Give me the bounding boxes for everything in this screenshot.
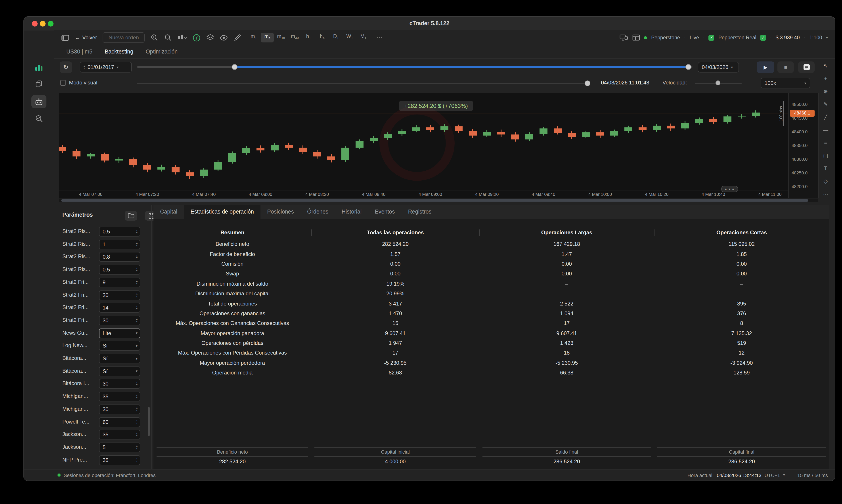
stepper-arrows-icon[interactable]: ▴▾ bbox=[136, 407, 138, 412]
price-axis[interactable]: 48500.048450.048400.048350.048300.048250… bbox=[788, 93, 819, 198]
parameter-stepper[interactable]: 35▴▾ bbox=[99, 455, 140, 465]
results-tab--rdenes[interactable]: Órdenes bbox=[301, 205, 335, 219]
stepper-arrows-icon[interactable]: ▴▾ bbox=[136, 419, 138, 425]
parameters-scrollbar-thumb[interactable] bbox=[148, 407, 150, 436]
automate-nav-button[interactable] bbox=[31, 95, 47, 108]
zoom-out-icon[interactable] bbox=[164, 33, 172, 42]
timezone-chevron-icon[interactable]: ▾ bbox=[783, 473, 785, 477]
cursor-icon[interactable]: ↖ bbox=[821, 61, 830, 70]
timeframe-button-h4[interactable]: h4 bbox=[316, 33, 328, 42]
parameter-select[interactable]: Sí▾ bbox=[99, 341, 140, 351]
timeframe-button-m5[interactable]: m5 bbox=[261, 33, 274, 42]
results-tab-estad-sticas-de-operaci-n[interactable]: Estadísticas de operación bbox=[184, 205, 261, 219]
tab-optimizaci-n[interactable]: Optimización bbox=[140, 45, 183, 58]
timeframe-button-h1[interactable]: h1 bbox=[302, 33, 315, 42]
stepper-arrows-icon[interactable]: ▴▾ bbox=[136, 381, 138, 386]
progress-handle[interactable] bbox=[585, 80, 590, 86]
speed-handle[interactable] bbox=[716, 80, 720, 85]
parameter-stepper[interactable]: 30▴▾ bbox=[99, 290, 140, 300]
stepper-arrows-icon[interactable]: ▴▾ bbox=[136, 267, 138, 272]
speed-select[interactable]: 100x ▾ bbox=[760, 78, 810, 88]
timeframe-button-m30[interactable]: m30 bbox=[288, 33, 301, 42]
results-tab-registros[interactable]: Registros bbox=[401, 205, 438, 219]
parameter-stepper[interactable]: 30▴▾ bbox=[99, 379, 140, 389]
parameter-stepper[interactable]: 60▴▾ bbox=[99, 417, 140, 427]
chart-hscrollbar[interactable] bbox=[59, 198, 818, 202]
progress-track[interactable] bbox=[137, 83, 589, 84]
diamond-tool-icon[interactable]: ◇ bbox=[821, 177, 830, 186]
stepper-arrows-icon[interactable]: ▴▾ bbox=[136, 445, 138, 450]
stepper-arrows-icon[interactable]: ▴▾ bbox=[136, 305, 138, 310]
eye-icon[interactable] bbox=[220, 33, 228, 42]
parameter-stepper[interactable]: 30▴▾ bbox=[99, 404, 140, 414]
range-start-handle[interactable] bbox=[232, 64, 237, 70]
results-tab-capital[interactable]: Capital bbox=[154, 205, 184, 219]
stepper-arrows-icon[interactable]: ▴▾ bbox=[136, 394, 138, 399]
new-order-button[interactable]: Nueva orden bbox=[103, 32, 145, 43]
parameter-stepper[interactable]: 35▴▾ bbox=[99, 430, 140, 439]
analyze-nav-button[interactable] bbox=[31, 112, 47, 125]
panel-toggle-icon[interactable] bbox=[61, 33, 69, 42]
backtest-history-button[interactable]: ↻ bbox=[60, 61, 72, 73]
more-icon[interactable]: ⋯ bbox=[375, 33, 383, 42]
report-button[interactable] bbox=[798, 61, 814, 73]
layers-icon[interactable] bbox=[206, 33, 214, 42]
zoom-in-icon[interactable] bbox=[150, 33, 158, 42]
horizontal-line-icon[interactable]: — bbox=[821, 126, 830, 134]
stepper-arrows-icon[interactable]: ▴▾ bbox=[136, 318, 138, 323]
text-tool-icon[interactable]: T bbox=[821, 164, 830, 173]
timeframe-button-D1[interactable]: D1 bbox=[329, 33, 342, 42]
timeframe-button-W1[interactable]: W1 bbox=[343, 33, 356, 42]
copy-nav-button[interactable] bbox=[31, 77, 47, 91]
timeframe-button-m15[interactable]: m15 bbox=[275, 33, 287, 42]
stepper-arrows-icon[interactable]: ▴▾ bbox=[136, 457, 138, 463]
chart-hscrollbar-thumb[interactable] bbox=[61, 199, 808, 201]
play-button[interactable]: ▶ bbox=[757, 61, 774, 73]
crosshair-icon[interactable]: + bbox=[821, 74, 830, 83]
stepper-arrows-icon[interactable]: ▴▾ bbox=[136, 255, 138, 259]
stepper-arrows-icon[interactable]: ▴▾ bbox=[136, 432, 138, 437]
chart-type-icon[interactable] bbox=[178, 33, 186, 42]
parameter-stepper[interactable]: 30▴▾ bbox=[99, 316, 140, 325]
parameter-stepper[interactable]: 14▴▾ bbox=[99, 303, 140, 312]
range-end-handle[interactable] bbox=[685, 64, 691, 70]
parameter-stepper[interactable]: 0.8▴▾ bbox=[99, 252, 140, 262]
workspace-icon[interactable] bbox=[632, 33, 640, 42]
more-tools-icon[interactable]: ⋯ bbox=[821, 190, 830, 198]
visual-mode-checkbox[interactable] bbox=[60, 80, 66, 86]
tab-backtesting[interactable]: Backtesting bbox=[100, 45, 139, 58]
annotate-icon[interactable] bbox=[233, 33, 241, 42]
back-button[interactable]: ← Volver bbox=[75, 35, 97, 41]
parameter-select[interactable]: Lite▾ bbox=[99, 328, 140, 338]
trendline-icon[interactable]: ╱ bbox=[821, 113, 830, 122]
timeframe-button-m1[interactable]: m1 bbox=[247, 33, 260, 42]
parameter-select[interactable]: Sí▾ bbox=[99, 366, 140, 376]
stepper-arrows-icon[interactable]: ▴▾ bbox=[136, 280, 138, 285]
parameter-stepper[interactable]: 0.5▴▾ bbox=[99, 227, 140, 236]
parameter-stepper[interactable]: 1▴▾ bbox=[99, 239, 140, 249]
target-icon[interactable]: ⊕ bbox=[821, 87, 830, 96]
results-tab-historial[interactable]: Historial bbox=[335, 205, 368, 219]
tab-us30-m5[interactable]: US30 | m5 bbox=[61, 45, 98, 58]
end-date-picker[interactable]: 04/03/2026 ▾ bbox=[698, 62, 739, 72]
load-parameters-button[interactable] bbox=[125, 211, 137, 221]
parameter-stepper[interactable]: 0.5▴▾ bbox=[99, 265, 140, 274]
stepper-arrows-icon[interactable]: ▴▾ bbox=[136, 229, 138, 234]
shapes-icon[interactable]: ▢ bbox=[821, 151, 830, 160]
candlestick-chart[interactable]: +282 524.20 $ (+7063%) 100 pips ● ● ● 4 … bbox=[59, 93, 788, 198]
pencil-icon[interactable]: ✎ bbox=[821, 100, 830, 109]
fibonacci-icon[interactable]: ≡ bbox=[821, 138, 830, 147]
indicators-icon[interactable]: f bbox=[192, 33, 200, 42]
stepper-arrows-icon[interactable]: ▴▾ bbox=[136, 242, 138, 247]
timeframe-button-M1[interactable]: M1 bbox=[357, 33, 370, 42]
stop-button[interactable]: ■ bbox=[777, 61, 794, 73]
results-tab-eventos[interactable]: Eventos bbox=[368, 205, 401, 219]
results-tab-posiciones[interactable]: Posiciones bbox=[261, 205, 301, 219]
stepper-arrows-icon[interactable]: ▴▾ bbox=[136, 293, 138, 298]
account-chevron-icon[interactable]: ▾ bbox=[826, 36, 828, 40]
start-date-picker[interactable]: ▴▾ 01/01/2017 ▾ bbox=[79, 62, 132, 72]
parameter-stepper[interactable]: 9▴▾ bbox=[99, 278, 140, 287]
multi-monitor-icon[interactable] bbox=[620, 33, 628, 42]
parameter-stepper[interactable]: 35▴▾ bbox=[99, 392, 140, 401]
parameter-stepper[interactable]: 5▴▾ bbox=[99, 443, 140, 452]
